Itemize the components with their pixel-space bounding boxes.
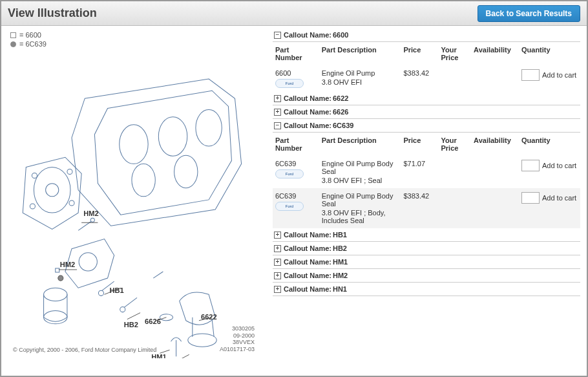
illustration-panel: = 6600 = 6C639: [1, 26, 273, 376]
part-desc: Engine Oil Pump Body Seal: [322, 160, 394, 175]
column-header: Part Number: [273, 133, 319, 156]
svg-point-4: [174, 155, 198, 188]
legend-label: = 6600: [19, 31, 41, 39]
expand-icon[interactable]: +: [274, 259, 281, 266]
svg-point-20: [120, 307, 125, 312]
diagram-label: 6622: [201, 313, 217, 321]
column-header: Your Price: [438, 133, 471, 156]
quantity-input[interactable]: [521, 69, 540, 81]
svg-point-8: [67, 169, 72, 174]
svg-rect-16: [56, 268, 59, 272]
diagram-ref: A0101717-03: [220, 346, 255, 353]
callout-header[interactable]: +Callout Name: HB2: [273, 242, 580, 255]
callout-header[interactable]: +Callout Name: HB1: [273, 228, 580, 242]
callout-header[interactable]: +Callout Name: HN1: [273, 283, 580, 296]
collapse-icon[interactable]: −: [274, 32, 281, 39]
add-to-cart-link[interactable]: Add to cart: [542, 71, 576, 79]
callout-prefix: Callout Name:: [284, 231, 331, 239]
svg-point-32: [58, 275, 63, 281]
svg-point-23: [160, 314, 173, 321]
diagram-ref: 3030205: [220, 325, 255, 332]
column-header: Availability: [471, 133, 519, 156]
callout-header[interactable]: +Callout Name: HM2: [273, 269, 580, 283]
column-header: Price: [401, 133, 438, 156]
quantity-input[interactable]: [521, 192, 540, 204]
quantity-cell: Add to cart: [519, 188, 580, 228]
legend-item: = 6600: [10, 31, 268, 39]
quantity-cell: Add to cart: [519, 156, 580, 188]
callout-name: HB2: [333, 244, 347, 252]
your-price-cell: [438, 65, 471, 92]
quantity-input[interactable]: [521, 160, 540, 171]
part-number: 6C639: [275, 160, 317, 167]
add-to-cart-link[interactable]: Add to cart: [542, 194, 576, 202]
page-title: View Illustration: [8, 6, 97, 20]
callout-name: HB1: [333, 231, 347, 239]
column-header: Quantity: [519, 42, 580, 65]
collapse-icon[interactable]: −: [274, 122, 281, 129]
diagram-label: HM1: [151, 353, 166, 358]
svg-point-5: [34, 167, 70, 213]
part-desc-sub: 3.8 OHV EFI ; Seal: [322, 177, 399, 184]
brand-logo-icon: Ford: [275, 169, 304, 178]
svg-point-12: [44, 288, 67, 301]
diagram-label: HB1: [110, 286, 124, 294]
back-to-results-button[interactable]: Back to Search Results: [478, 5, 580, 22]
svg-line-31: [180, 354, 189, 358]
callout-header[interactable]: +Callout Name: 6622: [273, 92, 580, 105]
add-to-cart-link[interactable]: Add to cart: [542, 162, 576, 169]
diagram-ref: 38VVEX: [220, 339, 255, 346]
part-number: 6600: [275, 69, 317, 77]
column-header: Availability: [471, 42, 519, 65]
part-description-cell: Engine Oil Pump3.8 OHV EFI: [319, 65, 401, 92]
brand-logo-icon: Ford: [275, 79, 304, 88]
callout-header[interactable]: −Callout Name: 6600: [273, 28, 580, 42]
availability-cell: [471, 188, 519, 228]
diagram-label: HM2: [83, 210, 98, 217]
availability-cell: [471, 156, 519, 188]
expand-icon[interactable]: +: [274, 272, 281, 279]
callout-name: HM1: [333, 258, 348, 266]
expand-icon[interactable]: +: [274, 245, 281, 252]
availability-cell: [471, 65, 519, 92]
brand-logo-icon: Ford: [275, 202, 304, 211]
expand-icon[interactable]: +: [274, 232, 281, 239]
callout-name: HN1: [333, 285, 347, 293]
content-area: = 6600 = 6C639: [1, 26, 587, 376]
callout-name: HM2: [333, 272, 348, 279]
svg-point-2: [196, 110, 222, 147]
callout-prefix: Callout Name:: [284, 244, 331, 252]
callout-prefix: Callout Name:: [284, 285, 331, 293]
part-number-cell: 6C639Ford: [273, 156, 319, 188]
callout-header[interactable]: −Callout Name: 6C639: [273, 119, 580, 133]
diagram-label: HM2: [60, 261, 75, 268]
price-cell: $71.07: [401, 156, 438, 188]
diagram-label: 6626: [145, 318, 161, 325]
diagram-ref: 09-2000: [220, 332, 255, 339]
expand-icon[interactable]: +: [274, 109, 281, 116]
parts-table: Part NumberPart DescriptionPriceYour Pri…: [273, 42, 580, 92]
svg-point-15: [90, 218, 94, 222]
legend-item: = 6C639: [10, 40, 268, 48]
part-desc: Engine Oil Pump Body Seal: [322, 192, 394, 208]
diagram-label: HB2: [124, 321, 138, 329]
part-desc-sub: 3.8 OHV EFI ; Body, Includes Seal: [322, 209, 399, 224]
part-desc-sub: 3.8 OHV EFI: [322, 78, 399, 86]
callout-name: 6600: [333, 31, 348, 39]
page-header: View Illustration Back to Search Results: [1, 1, 587, 26]
svg-point-7: [32, 173, 37, 178]
legend-label: = 6C639: [19, 40, 47, 48]
callout-header[interactable]: +Callout Name: 6626: [273, 105, 580, 119]
part-number-cell: 6C639Ford: [273, 188, 319, 228]
column-header: Price: [401, 42, 438, 65]
callout-prefix: Callout Name:: [284, 122, 331, 129]
svg-point-9: [30, 204, 35, 209]
quantity-cell: Add to cart: [519, 65, 580, 92]
part-number-cell: 6600Ford: [273, 65, 319, 92]
expand-icon[interactable]: +: [274, 95, 281, 102]
column-header: Part Number: [273, 42, 319, 65]
callout-header[interactable]: +Callout Name: HM1: [273, 255, 580, 269]
svg-point-6: [46, 184, 59, 197]
part-description-cell: Engine Oil Pump Body Seal3.8 OHV EFI ; S…: [319, 156, 401, 188]
expand-icon[interactable]: +: [274, 286, 281, 293]
